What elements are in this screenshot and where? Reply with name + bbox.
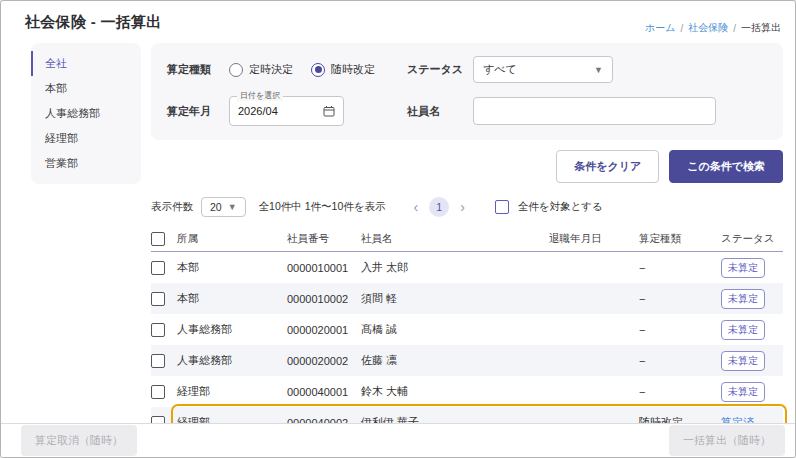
target-all-label: 全件を対象とする [518,200,603,214]
table-row: 本部0000010002須間 軽−未算定 [151,283,783,314]
calc-type-label: 算定種類 [167,62,229,77]
employee-number-cell: 0000040001 [287,386,361,398]
select-all-checkbox[interactable] [151,232,165,246]
radio-label: 定時決定 [249,62,293,77]
sidebar-item[interactable]: 全社 [31,51,141,76]
row-checkbox[interactable] [151,292,165,306]
table-body: 本部0000010001入井 太郎−未算定本部0000010002須間 軽−未算… [151,252,783,438]
column-header: 所属 [177,232,287,246]
social-insurance-batch-calculation-page: 社会保険 - 一括算出 ホーム/社会保険/一括算出 全社本部人事総務部経理部営業… [0,0,796,458]
status-badge[interactable]: 未算定 [721,351,765,371]
employee-name-cell: 須間 軽 [361,291,549,306]
row-checkbox-cell [151,323,177,337]
calc-type-cell: − [639,293,721,305]
page-size-value: 20 [210,201,222,213]
employee-number-cell: 0000010001 [287,262,361,274]
breadcrumb-separator: / [680,23,683,34]
table-header-row: 所属社員番号社員名退職年月日算定種類ステータス [151,226,783,252]
status-label: ステータス [407,62,473,77]
calc-month-value: 2026/04 [238,105,278,117]
chevron-down-icon: ▼ [594,65,603,75]
clear-conditions-button[interactable]: 条件をクリア [556,150,659,183]
table-row: 経理部0000040001鈴木 大輔−未算定 [151,376,783,407]
target-all-control: 全件を対象とする [495,200,603,214]
status-select[interactable]: すべて ▼ [473,56,613,83]
breadcrumb: ホーム/社会保険/一括算出 [645,21,781,35]
status-cell: 未算定 [721,320,783,340]
cancel-calculation-button[interactable]: 算定取消（随時） [21,425,137,456]
employee-name-cell: 佐藤 凛 [361,353,549,368]
list-controls: 表示件数 20 ▼ 全10件中 1件〜10件を表示 ‹ 1 › 全件を対象とする [151,197,783,217]
department-cell: 人事総務部 [177,322,287,337]
calc-type-cell: − [639,355,721,367]
calc-type-cell: − [639,386,721,398]
status-cell: 未算定 [721,351,783,371]
status-badge[interactable]: 未算定 [721,289,765,309]
status-badge[interactable]: 未算定 [721,382,765,402]
row-checkbox-cell [151,261,177,275]
status-badge[interactable]: 未算定 [721,258,765,278]
column-header: 社員名 [361,232,549,246]
employee-number-cell: 0000020002 [287,355,361,367]
calendar-icon [323,105,335,117]
row-checkbox[interactable] [151,323,165,337]
sidebar-item[interactable]: 営業部 [31,151,141,176]
employee-table: 所属社員番号社員名退職年月日算定種類ステータス 本部0000010001入井 太… [151,226,783,438]
search-actions: 条件をクリア この条件で検索 [151,150,783,183]
filter-panel: 算定種類 定時決定随時改定 ステータス すべて ▼ 算定年月 日付を選択 202… [151,43,783,140]
employee-name-input[interactable] [473,97,716,125]
row-checkbox-cell [151,292,177,306]
search-button[interactable]: この条件で検索 [669,150,783,183]
row-checkbox[interactable] [151,385,165,399]
sidebar-item[interactable]: 経理部 [31,126,141,151]
breadcrumb-link[interactable]: ホーム [645,21,675,35]
employee-name-cell: 鈴木 大輔 [361,384,549,399]
batch-calculation-button[interactable]: 一括算出（随時） [669,425,785,456]
calc-type-cell: − [639,262,721,274]
breadcrumb-separator: / [733,23,736,34]
page-size-label: 表示件数 [151,200,193,214]
department-cell: 経理部 [177,384,287,399]
target-all-checkbox[interactable] [495,200,509,214]
calc-type-radio[interactable]: 随時改定 [311,62,375,77]
row-checkbox[interactable] [151,261,165,275]
breadcrumb-current: 一括算出 [741,21,781,35]
employee-name-label: 社員名 [407,104,473,119]
prev-page-button[interactable]: ‹ [413,200,418,214]
column-header: 退職年月日 [549,232,639,246]
status-badge[interactable]: 未算定 [721,320,765,340]
page-title: 社会保険 - 一括算出 [25,13,162,32]
status-select-value: すべて [483,62,517,77]
chevron-down-icon: ▼ [228,202,237,212]
page-header: 社会保険 - 一括算出 ホーム/社会保険/一括算出 [1,1,795,35]
calc-type-radio[interactable]: 定時決定 [229,62,293,77]
calc-month-label: 算定年月 [167,104,229,119]
status-cell: 未算定 [721,258,783,278]
main-area: 全社本部人事総務部経理部営業部 算定種類 定時決定随時改定 ステータス すべて … [31,43,783,438]
table-row: 人事総務部0000020001髙橋 誠−未算定 [151,314,783,345]
row-checkbox[interactable] [151,354,165,368]
calc-month-input[interactable]: 日付を選択 2026/04 [229,96,344,126]
page-size-select[interactable]: 20 ▼ [201,197,246,217]
calc-month-field-label: 日付を選択 [237,91,283,101]
department-cell: 本部 [177,260,287,275]
column-header: 算定種類 [639,232,721,246]
department-cell: 本部 [177,291,287,306]
department-cell: 人事総務部 [177,353,287,368]
result-range-text: 全10件中 1件〜10件を表示 [259,200,386,214]
status-cell: 未算定 [721,289,783,309]
sidebar-item[interactable]: 人事総務部 [31,101,141,126]
calc-type-radio-group: 定時決定随時改定 [229,62,407,77]
employee-number-cell: 0000020001 [287,324,361,336]
radio-label: 随時改定 [331,62,375,77]
page-number[interactable]: 1 [429,197,449,217]
table-row: 人事総務部0000020002佐藤 凛−未算定 [151,345,783,376]
column-header: 社員番号 [287,232,361,246]
sidebar-item[interactable]: 本部 [31,76,141,101]
pagination: ‹ 1 › [413,197,464,217]
radio-selected-icon [311,63,325,77]
next-page-button[interactable]: › [460,200,465,214]
sidebar: 全社本部人事総務部経理部営業部 [31,43,141,184]
breadcrumb-link[interactable]: 社会保険 [688,21,728,35]
employee-number-cell: 0000010002 [287,293,361,305]
